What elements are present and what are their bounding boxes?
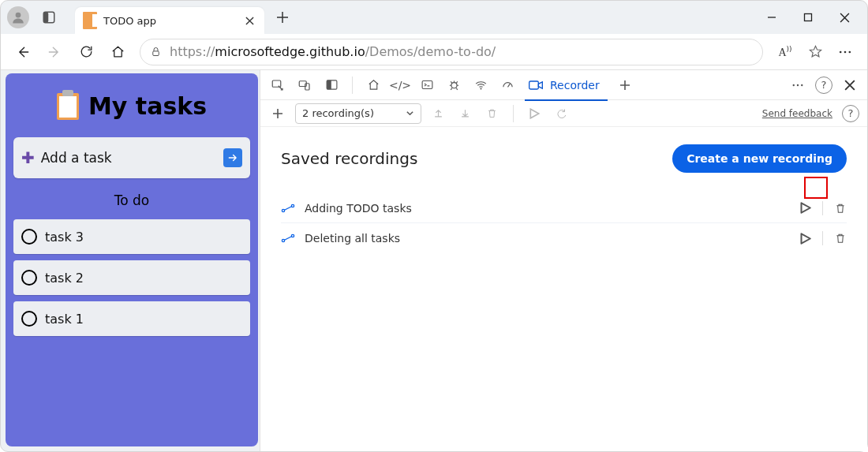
arrow-right-icon [47,44,62,60]
new-recording-button-small[interactable] [268,104,287,123]
recorder-body: Saved recordings Create a new recording … [260,127,867,451]
reload-icon [79,44,94,59]
play-button-toolbar[interactable] [525,104,544,123]
devtools-settings-button[interactable] [788,76,807,95]
task-item[interactable]: task 1 [13,301,250,336]
recording-row[interactable]: Adding TODO tasks [281,193,847,223]
plus-icon: ✚ [21,148,35,167]
reload-button[interactable] [72,38,100,66]
add-task-submit-button[interactable] [223,148,242,167]
ellipsis-icon [791,78,805,92]
flow-icon [281,203,295,214]
tab-close-button[interactable] [242,13,256,28]
browser-tab-active[interactable]: TODO app [75,7,264,34]
address-bar[interactable]: https://microsoftedge.github.io/Demos/de… [140,39,763,65]
read-aloud-button[interactable]: A)) [771,38,799,66]
svg-point-22 [282,239,284,241]
inspect-icon [271,78,285,92]
svg-point-20 [282,209,284,211]
svg-rect-16 [529,81,539,89]
window-maximize-button[interactable] [790,5,826,30]
tab-welcome[interactable] [364,76,383,95]
more-tabs-button[interactable] [615,76,634,95]
task-checkbox[interactable] [21,270,37,286]
home-icon [110,44,125,59]
devtools-panel: </> Recorder ? 2 recor [260,70,867,451]
task-item[interactable]: task 3 [13,219,250,254]
create-recording-button[interactable]: Create a new recording [672,144,847,173]
favicon-clipboard-icon [83,12,97,29]
devtools-help-button[interactable]: ? [815,77,832,94]
tab-console[interactable] [417,76,436,95]
tab-network[interactable] [471,76,490,95]
inspect-element-button[interactable] [268,76,287,95]
svg-point-5 [840,50,842,53]
recording-play-button[interactable] [799,202,811,214]
add-task-input[interactable]: ✚ Add a task [13,137,250,178]
recordings-selector[interactable]: 2 recording(s) [295,103,421,124]
devtools-close-button[interactable] [840,76,859,95]
play-icon [799,202,811,214]
upload-icon [432,107,444,119]
flow-icon [281,233,295,244]
task-checkbox[interactable] [21,229,37,245]
recorder-toolbar: 2 recording(s) Send feedback ? [260,100,867,127]
browser-toolbar: https://microsoftedge.github.io/Demos/de… [1,34,867,70]
export-button[interactable] [429,104,448,123]
profile-button[interactable] [7,6,29,28]
recording-play-button[interactable] [799,233,811,245]
dock-position-button[interactable] [322,76,341,95]
read-aloud-icon: A)) [778,45,791,59]
todo-app: My tasks ✚ Add a task To do task 3 [6,73,258,446]
task-label: task 3 [45,230,84,245]
window-minimize-button[interactable] [754,5,790,30]
home-icon [367,78,380,92]
new-tab-button[interactable] [269,4,296,31]
ellipsis-icon [837,44,853,60]
svg-rect-3 [805,14,812,21]
window-close-button[interactable] [826,5,862,30]
play-icon [529,108,540,119]
task-item[interactable]: task 2 [13,260,250,295]
delete-button[interactable] [483,104,502,123]
recording-delete-button[interactable] [834,232,847,245]
tab-title: TODO app [103,15,156,27]
svg-rect-2 [43,12,48,23]
svg-point-21 [291,204,294,207]
star-icon [808,44,823,59]
tab-elements[interactable]: </> [391,76,410,95]
bug-icon [447,78,461,92]
svg-point-19 [801,84,803,85]
forward-button[interactable] [40,38,69,66]
close-icon [840,13,850,23]
recording-delete-button[interactable] [834,202,847,215]
device-emulation-button[interactable] [295,76,314,95]
import-button[interactable] [456,104,475,123]
task-label: task 2 [45,271,84,286]
task-label: task 1 [45,312,84,327]
svg-point-18 [797,84,799,85]
svg-rect-8 [272,80,281,87]
favorite-button[interactable] [801,38,829,66]
back-button[interactable] [9,38,37,66]
workspaces-button[interactable] [37,6,61,29]
plus-icon [619,80,630,91]
arrow-left-icon [15,44,31,60]
redo-button[interactable] [552,104,571,123]
tab-performance[interactable] [498,76,517,95]
home-button[interactable] [103,38,132,66]
settings-menu-button[interactable] [831,38,859,66]
svg-point-23 [291,234,294,237]
send-feedback-link[interactable]: Send feedback [762,108,832,119]
redo-icon [555,107,567,119]
recorder-help-button[interactable]: ? [842,105,859,122]
task-checkbox[interactable] [21,311,37,327]
todo-title: My tasks [88,92,207,120]
recording-name: Adding TODO tasks [305,202,412,215]
tab-recorder[interactable]: Recorder [525,70,608,100]
tab-sources[interactable] [444,76,463,95]
recording-row[interactable]: Deleting all tasks [281,223,847,253]
add-task-placeholder: Add a task [41,150,112,166]
svg-point-7 [849,50,851,53]
task-list: task 3 task 2 task 1 [13,219,250,336]
